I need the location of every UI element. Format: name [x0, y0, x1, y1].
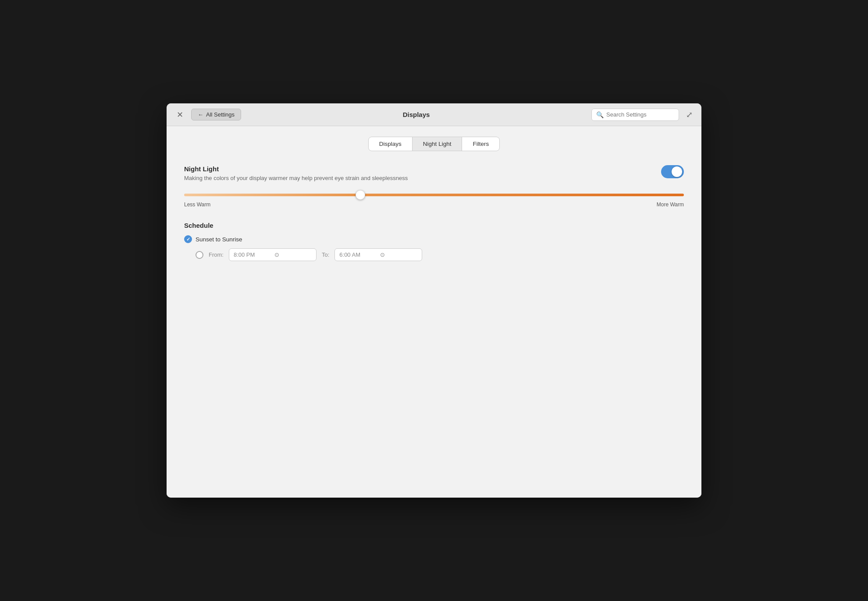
to-time-value: 6:00 AM: [339, 251, 377, 258]
back-label: All Settings: [206, 111, 235, 118]
warmth-slider[interactable]: [184, 194, 684, 196]
window-title: Displays: [246, 111, 586, 118]
search-icon: 🔍: [596, 111, 604, 118]
tab-night-light[interactable]: Night Light: [413, 137, 462, 151]
expand-button[interactable]: ⤢: [684, 108, 694, 121]
arrow-left-icon: ←: [198, 111, 203, 118]
search-box[interactable]: 🔍: [591, 109, 679, 121]
tab-filters[interactable]: Filters: [462, 137, 499, 151]
to-time-input[interactable]: 6:00 AM ⊙: [334, 248, 422, 261]
slider-labels: Less Warm More Warm: [184, 202, 684, 208]
sunset-radio[interactable]: ✓: [184, 235, 192, 243]
schedule-title: Schedule: [184, 222, 684, 229]
manual-time-row: From: 8:00 PM ⊙ To: 6:00 AM ⊙: [196, 248, 684, 261]
night-light-toggle[interactable]: [661, 165, 684, 178]
sunset-label: Sunset to Sunrise: [196, 236, 242, 243]
close-icon: ✕: [177, 110, 183, 120]
night-light-section: Night Light Making the colors of your di…: [184, 165, 684, 208]
tab-group: Displays Night Light Filters: [368, 137, 500, 151]
main-content: Displays Night Light Filters Night Light…: [167, 126, 701, 498]
slider-min-label: Less Warm: [184, 202, 210, 208]
slider-max-label: More Warm: [657, 202, 684, 208]
from-time-arrow-icon: ⊙: [274, 251, 312, 258]
warmth-slider-container: Less Warm More Warm: [184, 190, 684, 208]
search-input[interactable]: [606, 111, 674, 118]
night-light-info: Night Light Making the colors of your di…: [184, 165, 408, 181]
radio-check-icon: ✓: [186, 237, 190, 242]
close-button[interactable]: ✕: [174, 109, 186, 121]
expand-icon: ⤢: [686, 110, 693, 119]
manual-radio[interactable]: [196, 251, 203, 259]
from-label: From:: [209, 251, 224, 258]
to-label: To:: [322, 251, 329, 258]
sunset-option[interactable]: ✓ Sunset to Sunrise: [184, 235, 684, 243]
night-light-title: Night Light: [184, 165, 408, 173]
night-light-description: Making the colors of your display warmer…: [184, 175, 408, 181]
night-light-header: Night Light Making the colors of your di…: [184, 165, 684, 181]
schedule-section: Schedule ✓ Sunset to Sunrise From: 8:00 …: [184, 222, 684, 261]
tab-displays[interactable]: Displays: [369, 137, 413, 151]
slider-wrapper: [184, 190, 684, 198]
from-time-input[interactable]: 8:00 PM ⊙: [229, 248, 317, 261]
back-button[interactable]: ← All Settings: [191, 109, 241, 120]
tabs-container: Displays Night Light Filters: [184, 137, 684, 151]
to-time-arrow-icon: ⊙: [380, 251, 417, 258]
settings-window: ✕ ← All Settings Displays 🔍 ⤢ Displays N…: [167, 103, 701, 498]
from-time-value: 8:00 PM: [234, 251, 271, 258]
titlebar: ✕ ← All Settings Displays 🔍 ⤢: [167, 103, 701, 126]
